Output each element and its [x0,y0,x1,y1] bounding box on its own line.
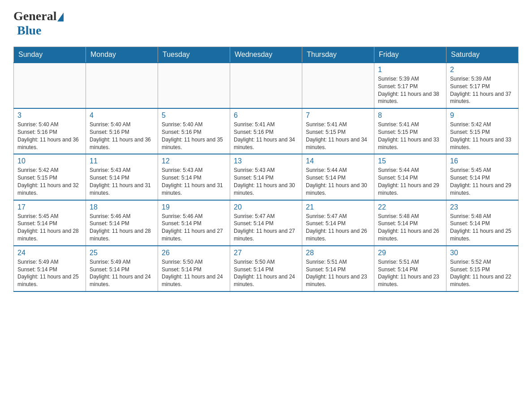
calendar-cell: 1Sunrise: 5:39 AM Sunset: 5:17 PM Daylig… [374,63,446,108]
calendar-cell: 18Sunrise: 5:46 AM Sunset: 5:14 PM Dayli… [86,200,158,246]
weekday-header-monday: Monday [86,47,158,63]
calendar-week-row: 3Sunrise: 5:40 AM Sunset: 5:16 PM Daylig… [14,108,519,154]
day-number: 15 [378,157,442,165]
day-number: 11 [90,157,154,165]
day-info: Sunrise: 5:45 AM Sunset: 5:14 PM Dayligh… [17,213,82,243]
calendar-cell: 3Sunrise: 5:40 AM Sunset: 5:16 PM Daylig… [14,108,86,154]
weekday-header-sunday: Sunday [14,47,86,63]
day-number: 9 [450,111,515,120]
calendar-cell [230,63,302,108]
weekday-header-friday: Friday [374,47,446,63]
weekday-header-wednesday: Wednesday [230,47,302,63]
calendar-cell: 5Sunrise: 5:40 AM Sunset: 5:16 PM Daylig… [158,108,230,154]
calendar-cell: 6Sunrise: 5:41 AM Sunset: 5:16 PM Daylig… [230,108,302,154]
calendar-cell [14,63,86,108]
day-info: Sunrise: 5:48 AM Sunset: 5:14 PM Dayligh… [378,213,442,243]
calendar-cell: 9Sunrise: 5:42 AM Sunset: 5:15 PM Daylig… [446,108,519,154]
day-number: 20 [234,203,298,211]
page-header: General Blue [13,9,519,38]
calendar-cell: 8Sunrise: 5:41 AM Sunset: 5:15 PM Daylig… [374,108,446,154]
calendar-cell: 13Sunrise: 5:43 AM Sunset: 5:14 PM Dayli… [230,154,302,200]
calendar-cell: 19Sunrise: 5:46 AM Sunset: 5:14 PM Dayli… [158,200,230,246]
day-number: 2 [450,66,515,74]
day-info: Sunrise: 5:39 AM Sunset: 5:17 PM Dayligh… [378,75,442,105]
day-info: Sunrise: 5:52 AM Sunset: 5:15 PM Dayligh… [450,258,515,288]
day-info: Sunrise: 5:48 AM Sunset: 5:14 PM Dayligh… [450,213,515,243]
calendar-cell: 7Sunrise: 5:41 AM Sunset: 5:15 PM Daylig… [302,108,374,154]
day-info: Sunrise: 5:46 AM Sunset: 5:14 PM Dayligh… [162,213,226,243]
logo-general-text: General [13,9,56,23]
calendar-cell: 27Sunrise: 5:50 AM Sunset: 5:14 PM Dayli… [230,246,302,291]
day-number: 28 [306,249,370,257]
day-info: Sunrise: 5:46 AM Sunset: 5:14 PM Dayligh… [90,213,154,243]
day-info: Sunrise: 5:40 AM Sunset: 5:16 PM Dayligh… [17,121,82,151]
calendar-cell: 30Sunrise: 5:52 AM Sunset: 5:15 PM Dayli… [446,246,519,291]
day-info: Sunrise: 5:40 AM Sunset: 5:16 PM Dayligh… [162,121,226,151]
day-info: Sunrise: 5:45 AM Sunset: 5:14 PM Dayligh… [450,167,515,197]
calendar-cell: 28Sunrise: 5:51 AM Sunset: 5:14 PM Dayli… [302,246,374,291]
day-info: Sunrise: 5:50 AM Sunset: 5:14 PM Dayligh… [162,258,226,288]
calendar-cell: 21Sunrise: 5:47 AM Sunset: 5:14 PM Dayli… [302,200,374,246]
weekday-header-thursday: Thursday [302,47,374,63]
day-number: 7 [306,111,370,120]
day-info: Sunrise: 5:44 AM Sunset: 5:14 PM Dayligh… [378,167,442,197]
weekday-header-saturday: Saturday [446,47,519,63]
day-number: 16 [450,157,515,165]
day-number: 8 [378,111,442,120]
calendar-cell: 12Sunrise: 5:43 AM Sunset: 5:14 PM Dayli… [158,154,230,200]
day-info: Sunrise: 5:42 AM Sunset: 5:15 PM Dayligh… [17,167,82,197]
weekday-header-tuesday: Tuesday [158,47,230,63]
calendar-week-row: 1Sunrise: 5:39 AM Sunset: 5:17 PM Daylig… [14,63,519,108]
day-info: Sunrise: 5:49 AM Sunset: 5:14 PM Dayligh… [17,258,82,288]
logo-blue-text: Blue [17,23,41,37]
calendar-week-row: 10Sunrise: 5:42 AM Sunset: 5:15 PM Dayli… [14,154,519,200]
day-info: Sunrise: 5:50 AM Sunset: 5:14 PM Dayligh… [234,258,298,288]
day-info: Sunrise: 5:42 AM Sunset: 5:15 PM Dayligh… [450,121,515,151]
day-info: Sunrise: 5:51 AM Sunset: 5:14 PM Dayligh… [306,258,370,288]
day-number: 17 [17,203,82,211]
day-info: Sunrise: 5:40 AM Sunset: 5:16 PM Dayligh… [90,121,154,151]
day-info: Sunrise: 5:47 AM Sunset: 5:14 PM Dayligh… [234,213,298,243]
day-number: 21 [306,203,370,211]
day-number: 13 [234,157,298,165]
day-info: Sunrise: 5:41 AM Sunset: 5:15 PM Dayligh… [306,121,370,151]
day-number: 27 [234,249,298,257]
calendar-cell: 2Sunrise: 5:39 AM Sunset: 5:17 PM Daylig… [446,63,519,108]
weekday-header-row: SundayMondayTuesdayWednesdayThursdayFrid… [14,47,519,63]
day-info: Sunrise: 5:41 AM Sunset: 5:15 PM Dayligh… [378,121,442,151]
logo: General Blue [13,9,64,38]
day-info: Sunrise: 5:51 AM Sunset: 5:14 PM Dayligh… [378,258,442,288]
day-number: 24 [17,249,82,257]
calendar-cell: 10Sunrise: 5:42 AM Sunset: 5:15 PM Dayli… [14,154,86,200]
day-number: 18 [90,203,154,211]
calendar-cell: 25Sunrise: 5:49 AM Sunset: 5:14 PM Dayli… [86,246,158,291]
day-info: Sunrise: 5:47 AM Sunset: 5:14 PM Dayligh… [306,213,370,243]
calendar-cell [302,63,374,108]
calendar-cell: 14Sunrise: 5:44 AM Sunset: 5:14 PM Dayli… [302,154,374,200]
calendar-cell: 29Sunrise: 5:51 AM Sunset: 5:14 PM Dayli… [374,246,446,291]
day-number: 25 [90,249,154,257]
day-info: Sunrise: 5:43 AM Sunset: 5:14 PM Dayligh… [234,167,298,197]
day-number: 23 [450,203,515,211]
calendar-cell: 22Sunrise: 5:48 AM Sunset: 5:14 PM Dayli… [374,200,446,246]
logo-triangle-icon [57,13,64,21]
calendar-cell: 17Sunrise: 5:45 AM Sunset: 5:14 PM Dayli… [14,200,86,246]
day-number: 12 [162,157,226,165]
day-info: Sunrise: 5:39 AM Sunset: 5:17 PM Dayligh… [450,75,515,105]
day-number: 4 [90,111,154,120]
calendar-cell: 26Sunrise: 5:50 AM Sunset: 5:14 PM Dayli… [158,246,230,291]
day-number: 26 [162,249,226,257]
day-number: 14 [306,157,370,165]
calendar-cell: 24Sunrise: 5:49 AM Sunset: 5:14 PM Dayli… [14,246,86,291]
calendar-cell: 23Sunrise: 5:48 AM Sunset: 5:14 PM Dayli… [446,200,519,246]
day-info: Sunrise: 5:41 AM Sunset: 5:16 PM Dayligh… [234,121,298,151]
calendar-table: SundayMondayTuesdayWednesdayThursdayFrid… [13,47,519,292]
day-number: 19 [162,203,226,211]
day-info: Sunrise: 5:43 AM Sunset: 5:14 PM Dayligh… [90,167,154,197]
day-number: 1 [378,66,442,74]
calendar-week-row: 24Sunrise: 5:49 AM Sunset: 5:14 PM Dayli… [14,246,519,291]
day-number: 3 [17,111,82,120]
day-number: 6 [234,111,298,120]
calendar-cell [86,63,158,108]
day-number: 22 [378,203,442,211]
